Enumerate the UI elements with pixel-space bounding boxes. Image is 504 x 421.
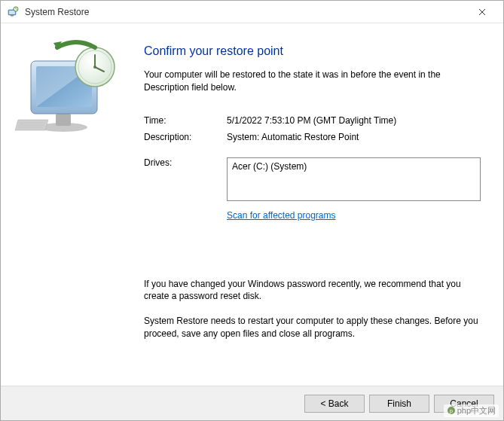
cancel-button[interactable]: Cancel	[434, 395, 494, 413]
page-subtext: Your computer will be restored to the st…	[144, 69, 481, 94]
svg-rect-5	[56, 114, 71, 126]
description-row: Description: System: Automatic Restore P…	[144, 132, 481, 142]
system-restore-icon	[7, 6, 19, 18]
content-area: Confirm your restore point Your computer…	[1, 23, 503, 386]
drive-item: Acer (C:) (System)	[232, 161, 307, 172]
finish-button[interactable]: Finish	[369, 395, 429, 413]
time-label: Time:	[144, 115, 227, 126]
page-heading: Confirm your restore point	[144, 44, 481, 58]
time-value: 5/1/2022 7:53:10 PM (GMT Daylight Time)	[227, 115, 481, 126]
scan-affected-link[interactable]: Scan for affected programs	[227, 210, 336, 221]
description-value: System: Automatic Restore Point	[227, 132, 481, 142]
svg-rect-1	[9, 11, 15, 14]
close-button[interactable]	[467, 2, 497, 23]
svg-rect-2	[11, 15, 14, 17]
close-icon	[478, 8, 486, 16]
time-row: Time: 5/1/2022 7:53:10 PM (GMT Daylight …	[144, 115, 481, 126]
svg-point-15	[93, 66, 96, 69]
main-panel: Confirm your restore point Your computer…	[136, 23, 503, 386]
footer: < Back Finish Cancel	[1, 386, 503, 420]
system-restore-large-icon	[12, 38, 125, 136]
password-note: If you have changed your Windows passwor…	[144, 278, 481, 304]
drives-list[interactable]: Acer (C:) (System)	[227, 157, 481, 201]
drives-label: Drives:	[144, 157, 227, 201]
titlebar: System Restore	[1, 1, 503, 23]
description-label: Description:	[144, 132, 227, 142]
window-title: System Restore	[25, 7, 467, 17]
restart-note: System Restore needs to restart your com…	[144, 315, 481, 340]
drives-row: Drives: Acer (C:) (System)	[144, 157, 481, 201]
sidebar	[1, 23, 136, 386]
back-button[interactable]: < Back	[304, 395, 365, 413]
